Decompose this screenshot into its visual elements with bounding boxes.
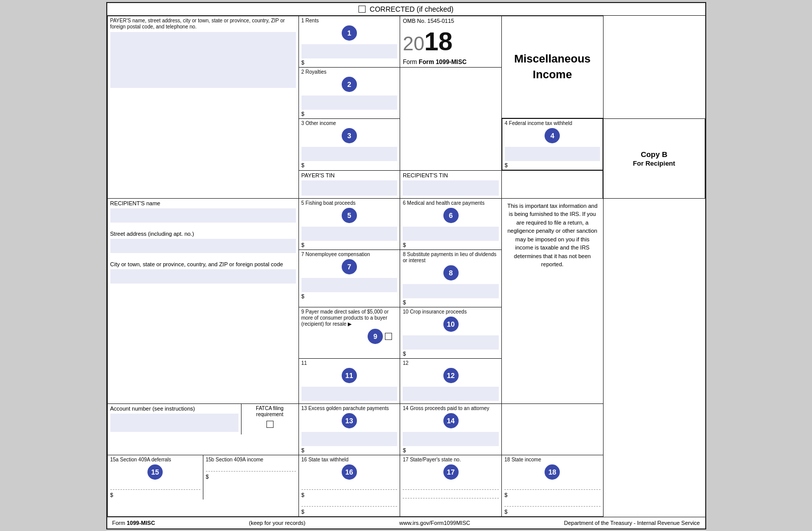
badge16-wrap: 16 (302, 463, 398, 481)
box18-label: 18 State income (504, 457, 600, 463)
payer-tin-label: PAYER'S TIN (302, 172, 398, 178)
box18-cell: 18 State income 18 $ $ (502, 455, 604, 516)
box9-cell: 9 Payer made direct sales of $5,000 or m… (298, 307, 400, 358)
box5-cell: 5 Fishing boat proceeds 5 $ (298, 198, 400, 249)
row-9: Account number (see instructions) FATCA … (107, 403, 705, 455)
badge-12: 12 (443, 368, 459, 383)
form-number-label: Form Form 1099-MISC (403, 58, 499, 66)
dollar18b: $ (504, 509, 600, 515)
badge-1: 1 (342, 25, 357, 41)
box16-cell: 16 State tax withheld 16 $ $ (298, 455, 400, 516)
recipient-tin-input[interactable] (403, 180, 499, 196)
box2-input[interactable] (302, 96, 398, 110)
recipient-name-input[interactable] (110, 208, 296, 223)
dashed16b (302, 506, 398, 507)
corrected-label: CORRECTED (if checked) (370, 5, 454, 13)
badge-11: 11 (342, 368, 357, 383)
dollar15a: $ (110, 492, 200, 498)
tin-row-cell: PAYER'S TIN RECIPIENT'S TIN (298, 170, 502, 198)
badge11-wrap: 11 (302, 366, 398, 385)
box1-input[interactable] (302, 44, 398, 58)
dollar7: $ (302, 293, 398, 299)
omb-label: OMB No. 1545-0115 (403, 18, 499, 24)
box4-input[interactable] (505, 147, 600, 161)
corrected-checkbox[interactable] (358, 6, 366, 13)
box13-cell: 13 Excess golden parachute payments 13 $ (298, 403, 400, 455)
dollar16b: $ (302, 509, 398, 515)
year-suffix: 18 (425, 27, 453, 56)
city-state-input[interactable] (110, 269, 296, 284)
box17-cell: 17 State/Payer's state no. 17 (400, 455, 502, 516)
box13-input[interactable] (302, 432, 398, 446)
fatca-checkbox[interactable] (266, 421, 274, 428)
box15a-cell: 15a Section 409A deferrals 15 $ (108, 455, 203, 499)
form-container: CORRECTED (if checked) PAYER'S name, str… (106, 2, 706, 529)
badge-5: 5 (342, 208, 357, 223)
dollar3: $ (302, 162, 398, 168)
payer-tin-input[interactable] (302, 180, 398, 196)
footer-left: Form 1099-MISC (112, 520, 155, 526)
box8-input[interactable] (403, 284, 499, 298)
box12-input[interactable] (403, 387, 499, 401)
row9-spacer (502, 403, 604, 455)
dashed18b (504, 506, 600, 507)
header: CORRECTED (if checked) (107, 3, 705, 16)
dashed16a (302, 489, 398, 490)
account-number-input[interactable] (110, 414, 238, 432)
copy-b-label: Copy B (606, 150, 702, 159)
box12-label: 12 (403, 360, 499, 366)
box7-input[interactable] (302, 278, 398, 292)
payer-input[interactable] (110, 32, 296, 88)
box10-input[interactable] (403, 335, 499, 350)
box10-cell: 10 Crop insurance proceeds 10 $ (400, 307, 502, 358)
box17-label: 17 State/Payer's state no. (403, 457, 499, 463)
recipient-section: RECIPIENT'S name Street address (includi… (107, 198, 298, 403)
badge18-wrap: 18 (504, 463, 600, 481)
badge1-wrap: 1 (302, 24, 398, 42)
badge4-wrap: 4 (505, 127, 600, 145)
dashed15b (206, 471, 296, 472)
dollar4: $ (505, 162, 600, 168)
box14-cell: 14 Gross proceeds paid to an attorney 14… (400, 403, 502, 455)
box9-checkbox[interactable] (385, 333, 392, 340)
badge-17: 17 (443, 464, 459, 480)
box9-label: 9 Payer made direct sales of $5,000 or m… (302, 309, 398, 327)
footer: Form 1099-MISC (keep for your records) w… (107, 517, 705, 528)
fatca-cell: FATCA filing requirement (241, 404, 298, 434)
box5-label: 5 Fishing boat proceeds (302, 200, 398, 206)
badge17-wrap: 17 (403, 463, 499, 481)
dollar8: $ (403, 299, 499, 305)
payer-label: PAYER'S name, street address, city or to… (110, 18, 296, 30)
box4-cell: 4 Federal income tax withheld 4 $ (502, 118, 604, 170)
badge-7: 7 (342, 259, 357, 274)
box5-input[interactable] (302, 227, 398, 241)
box12-cell: 12 12 (400, 358, 502, 403)
footer-form-number: 1099-MISC (127, 520, 155, 526)
badge-13: 13 (342, 413, 357, 428)
box7-cell: 7 Nonemployee compensation 7 $ (298, 249, 400, 307)
footer-url: www.irs.gov/Form1099MISC (399, 520, 470, 526)
footer-right: Department of the Treasury - Internal Re… (564, 520, 700, 526)
box4-label: 4 Federal income tax withheld (505, 120, 600, 127)
box15a-label: 15a Section 409A deferrals (110, 457, 200, 463)
fatca-label: FATCA filing requirement (244, 405, 296, 418)
box6-input[interactable] (403, 227, 499, 241)
badge-4: 4 (545, 128, 560, 143)
badge-6: 6 (443, 208, 459, 223)
badge8-wrap: 8 (403, 264, 499, 282)
street-address-input[interactable] (110, 239, 296, 253)
box11-input[interactable] (302, 387, 398, 401)
badge-9: 9 (368, 329, 383, 344)
badge-18: 18 (545, 464, 560, 480)
box14-input[interactable] (403, 432, 499, 446)
box1-label: 1 Rents (302, 18, 398, 24)
badge-3: 3 (342, 128, 357, 143)
omb-cell: OMB No. 1545-0115 2018 Form Form 1099-MI… (400, 16, 502, 67)
dollar1: $ (302, 59, 398, 66)
badge-8: 8 (443, 265, 459, 280)
box3-input[interactable] (302, 147, 398, 161)
box2-label: 2 Royalties (302, 69, 398, 75)
box7-label: 7 Nonemployee compensation (302, 252, 398, 258)
recipient-tin-label: RECIPIENT'S TIN (403, 172, 499, 178)
omb-continued (400, 67, 502, 170)
